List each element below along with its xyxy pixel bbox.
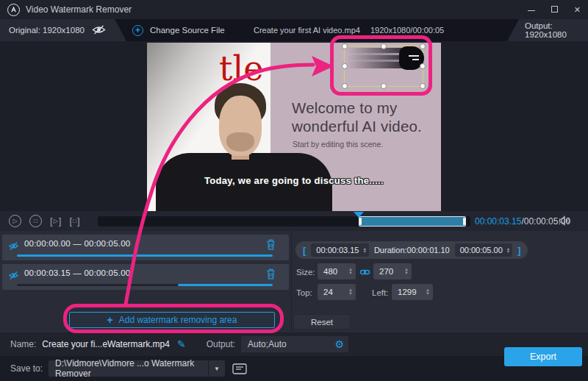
play-segment-icon: ▷ — [54, 218, 58, 224]
maximize-button[interactable] — [551, 6, 558, 14]
video-caption: Today, we are going to discuss the..... — [147, 175, 441, 186]
top-position-spinner[interactable]: ▲▼ — [348, 288, 353, 296]
save-path-dropdown[interactable]: D:\Vidmore\Vidmore ...o Watermark Remove… — [49, 360, 225, 377]
left-position-field[interactable]: 1299 ▲▼ — [392, 284, 433, 300]
add-watermark-area-label: Add watermark removing area — [119, 315, 237, 325]
left-position-spinner[interactable]: ▲▼ — [426, 288, 430, 296]
eye-off-icon[interactable] — [92, 25, 106, 36]
size-width-field[interactable]: 480 ▲▼ — [318, 263, 356, 279]
playback-bar: ▷ □ [▷] [□] 00:00:03.15 / 00:00:05.00 — [0, 211, 588, 231]
close-button[interactable]: ✕ — [574, 6, 581, 14]
output-label: Output: — [207, 339, 235, 349]
trim-row: [ 00:00:03.15 ▲▼ Duration:00:00:01.10 00… — [295, 241, 528, 259]
output-settings-gear-icon[interactable]: ⚙ — [334, 338, 344, 350]
title-bar: Video Watermark Remover ✕ — [0, 0, 588, 19]
size-height-field[interactable]: 270 ▲▼ — [373, 263, 412, 279]
partial-title-text: tle — [219, 49, 263, 88]
file-info: Create your first AI video.mp4 1920x1080… — [254, 19, 444, 41]
duration-label: Duration:00:00:01.10 — [374, 246, 450, 254]
play-icon: ▷ — [12, 218, 17, 224]
timeline-selection[interactable] — [359, 216, 466, 227]
segment-eye-off-icon[interactable] — [8, 270, 19, 283]
plus-circle-icon: + — [132, 25, 143, 36]
save-to-label: Save to: — [10, 363, 43, 374]
start-time-spinner[interactable]: ▲▼ — [362, 247, 366, 254]
minimize-button[interactable] — [528, 6, 535, 14]
segment-progress-track — [17, 254, 273, 257]
output-resolution-label: Output: 1920x1080 — [525, 21, 581, 39]
segment-progress-track — [17, 284, 273, 286]
selection-handle-s[interactable] — [381, 83, 387, 89]
end-time-field[interactable]: 00:00:05.00 ▲▼ — [455, 243, 513, 257]
top-toolbar: Original: 1920x1080 + Change Source File… — [0, 19, 588, 41]
output-format-field[interactable]: Auto;Auto ⚙ — [241, 336, 348, 352]
video-preview[interactable]: tle Welcome to my wonderful AI video. St… — [147, 43, 441, 211]
save-row: Save to: D:\Vidmore\Vidmore ...o Waterma… — [0, 356, 588, 381]
watermark-segment-row[interactable]: 00:00:00.00 — 00:00:05.00 — [2, 235, 289, 260]
current-time: 00:00:03.15 — [475, 216, 521, 227]
stop-icon: □ — [34, 218, 37, 224]
selection-handle-ne[interactable] — [420, 43, 426, 49]
name-label: Name: — [10, 339, 36, 349]
stop-button[interactable]: □ — [29, 215, 42, 227]
change-source-file-label: Change Source File — [150, 26, 225, 35]
play-button[interactable]: ▷ — [9, 215, 21, 227]
video-heading-line2: wonderful AI video. — [292, 117, 435, 135]
browse-folder-icon[interactable] — [232, 363, 247, 374]
window-title: Video Watermark Remover — [26, 4, 132, 15]
segment-progress-fill — [17, 254, 273, 257]
reset-button[interactable]: Reset — [293, 314, 351, 330]
watermark-selection-box[interactable] — [344, 46, 423, 87]
top-label: Top: — [296, 288, 312, 297]
presenter-face — [219, 96, 262, 156]
size-width-spinner[interactable]: ▲▼ — [348, 268, 353, 275]
output-resolution-tab: Output: 1920x1080 — [507, 19, 588, 41]
change-source-file-button[interactable]: + Change Source File — [132, 19, 225, 41]
time-display: 00:00:03.15 / 00:00:05.00 — [475, 211, 570, 231]
selection-handle-n[interactable] — [381, 43, 387, 49]
delete-segment-icon[interactable] — [266, 268, 276, 282]
set-start-bracket-button[interactable]: [ — [303, 245, 306, 256]
segment-time-range: 00:00:03.15 — 00:00:05.00 — [24, 268, 130, 277]
start-time-field[interactable]: 00:00:03.15 ▲▼ — [311, 243, 369, 257]
timeline-track[interactable] — [98, 216, 470, 227]
video-heading-line1: Welcome to my — [292, 99, 435, 117]
link-dimensions-icon[interactable] — [359, 266, 370, 279]
original-resolution-label: Original: 1920x1080 — [9, 26, 85, 35]
video-heading: Welcome to my wonderful AI video. — [292, 99, 435, 135]
output-format-value: Auto;Auto — [248, 339, 287, 349]
watermark-segment-row[interactable]: 00:00:03.15 — 00:00:05.00 — [2, 264, 289, 290]
delete-segment-icon[interactable] — [266, 239, 276, 253]
top-position-field[interactable]: 24 ▲▼ — [318, 284, 356, 300]
file-name: Create your first AI video.mp4 — [254, 26, 360, 35]
segment-time-range: 00:00:00.00 — 00:00:05.00 — [24, 239, 130, 248]
original-resolution-tab: Original: 1920x1080 — [0, 19, 126, 41]
app-window: Video Watermark Remover ✕ Original: 1920… — [0, 0, 588, 381]
end-time-spinner[interactable]: ▲▼ — [506, 247, 510, 254]
stop-segment-button[interactable]: [□] — [69, 216, 79, 227]
file-meta: 1920x1080/00:00:05 — [370, 26, 444, 35]
selection-handle-se[interactable] — [420, 83, 426, 89]
export-button[interactable]: Export — [504, 347, 582, 366]
play-segment-button[interactable]: [▷] — [50, 216, 61, 227]
add-watermark-area-button[interactable]: + Add watermark removing area — [69, 312, 275, 328]
playhead-marker[interactable] — [354, 212, 364, 218]
rename-icon[interactable]: ✎ — [177, 338, 186, 350]
watermark-blur-streak — [346, 48, 402, 68]
preview-stage: tle Welcome to my wonderful AI video. St… — [0, 41, 588, 211]
selection-handle-nw[interactable] — [342, 43, 348, 49]
name-row: Name: Create your fi...eWatermark.mp4 ✎ … — [0, 332, 588, 356]
save-path-value: D:\Vidmore\Vidmore ...o Watermark Remove… — [55, 358, 208, 379]
dropdown-arrow-icon[interactable]: ▼ — [209, 366, 225, 372]
selection-handle-sw[interactable] — [342, 83, 348, 89]
size-height-spinner[interactable]: ▲▼ — [404, 268, 409, 275]
volume-icon[interactable] — [559, 216, 570, 229]
set-end-bracket-button[interactable]: ] — [517, 245, 520, 256]
selection-handle-e[interactable] — [420, 63, 426, 69]
selection-handle-w[interactable] — [342, 63, 348, 69]
segment-eye-off-icon[interactable] — [8, 241, 19, 254]
footer: Name: Create your fi...eWatermark.mp4 ✎ … — [0, 332, 588, 381]
segment-progress-fill — [178, 284, 273, 286]
plus-icon: + — [107, 315, 113, 325]
app-logo-icon — [7, 4, 20, 16]
